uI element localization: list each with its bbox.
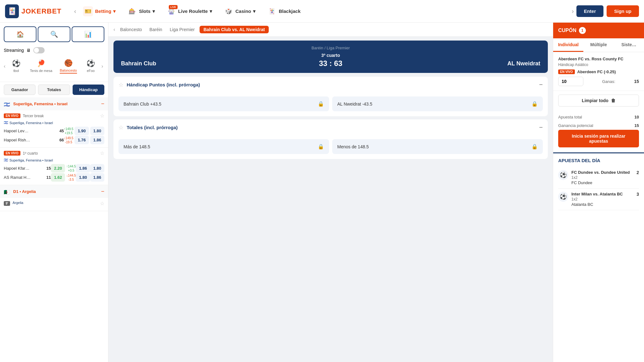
blackjack-icon: 🃏	[267, 6, 277, 16]
lock-icon-menos: 🔒	[531, 144, 538, 150]
streaming-label: Streaming	[4, 48, 24, 53]
sidebar-icon-group: 🏠 🔍 📊	[4, 26, 104, 42]
odds-btn-kfar-1[interactable]: 1.86	[76, 164, 90, 173]
sport-item-football[interactable]: ⚽ tbol	[7, 58, 25, 75]
betting-icon: 🎫	[83, 6, 93, 16]
filter-ganador[interactable]: Ganador	[4, 85, 36, 95]
nav-item-slots[interactable]: 🎰 Slots ▾	[123, 4, 159, 19]
odds-btn-kfar-main[interactable]: 2.20	[51, 164, 65, 173]
bet-option-bahrain-club[interactable]: Bahrain Club +43.5 🔒	[118, 96, 329, 111]
match-card-argelia: 9' Argelia ☆	[0, 198, 108, 211]
home-icon-button[interactable]: 🏠	[4, 26, 36, 42]
enter-button[interactable]: Enter	[576, 5, 603, 17]
inter-info: Inter Milan vs. Atalanta BC 1x2 Atalanta…	[571, 192, 633, 207]
odds-btn-kfar-2[interactable]: 1.80	[90, 164, 104, 173]
odds-btn-hapoel-lev-side[interactable]: 1.80	[90, 127, 104, 135]
apuesta-dia-card-dundee[interactable]: ⚽ FC Dundee vs. Dundee United 1x2 FC Dun…	[558, 167, 639, 189]
sports-next-arrow[interactable]: ›	[102, 63, 103, 69]
league-argelia-name: D1 • Argelia	[13, 189, 101, 194]
breadcrumb-barein[interactable]: Baréin	[147, 26, 165, 33]
league-superliga-header[interactable]: 🇮🇱 Superliga, Femenina • Israel −	[0, 97, 108, 110]
league-argelia-collapse[interactable]: −	[101, 188, 104, 195]
match-time-argelia: 9'	[4, 201, 10, 206]
breadcrumb-back-button[interactable]: ‹	[113, 27, 115, 32]
breadcrumb-liga-premier[interactable]: Liga Premier	[167, 26, 197, 33]
nav-item-live-roulette[interactable]: 🎡LIVE Live Roulette ▾	[162, 4, 217, 19]
bet-section-handicap-header[interactable]: ☆ Hándicap Puntos (incl. prórroga) −	[113, 77, 548, 93]
coupon-tab-sistema[interactable]: Siste…	[614, 38, 644, 52]
bet-option-bahrain-label: Bahrain Club +43.5	[124, 101, 161, 107]
login-bet-button[interactable]: Inicia sesión para realizar apuestas	[558, 130, 639, 147]
nav-next-arrow[interactable]: ›	[569, 6, 576, 16]
nav-item-casino[interactable]: 🎲 Casino ▾	[219, 4, 260, 19]
league-argelia-header[interactable]: 🇩🇿 D1 • Argelia −	[0, 185, 108, 198]
stats-icon-button[interactable]: 📊	[72, 26, 104, 42]
odds-btn-hapoel-rish-main[interactable]: 1.76	[74, 136, 89, 144]
match-league-2: 🇮🇱 Superliga, Femenina • Israel	[4, 158, 104, 162]
clear-button[interactable]: Limpiar todo 🗑	[558, 95, 639, 107]
sport-item-basketball[interactable]: 🏀 Baloncesto	[57, 57, 80, 75]
lock-icon-mas: 🔒	[318, 144, 324, 150]
filter-totales[interactable]: Totales	[38, 85, 70, 95]
dundee-odds: 2	[636, 170, 639, 175]
bet-section-totales-header[interactable]: ☆ Totales (incl. prórroga) −	[113, 119, 548, 135]
odds-btn-ramat-1[interactable]: 1.80	[76, 173, 90, 182]
league-superliga-collapse[interactable]: −	[101, 101, 104, 107]
search-icon-button[interactable]: 🔍	[38, 26, 70, 42]
match-banner-league: Baréin / Liga Premier	[121, 46, 540, 50]
breadcrumb-match-active[interactable]: Bahrain Club vs. AL Nweidrat	[200, 26, 268, 33]
filter-buttons: Ganador Totales Hándicap	[0, 82, 108, 97]
live-tag-1: EN VIVO	[4, 113, 20, 118]
coupon-ganancia-value: 15	[635, 123, 639, 128]
match-star-argelia[interactable]: ☆	[100, 200, 104, 206]
coupon-apuesta-total-label: Apuesta total	[558, 115, 582, 119]
football-label: tbol	[13, 69, 19, 73]
bet-section-star-totales[interactable]: ☆	[118, 124, 124, 131]
bet-section-totales-toggle[interactable]: −	[539, 124, 543, 131]
nav-item-betting[interactable]: 🎫 Betting ▾	[79, 4, 120, 19]
match-league-argelia: Argelia	[13, 201, 23, 205]
bet-option-mas[interactable]: Más de 148.5 🔒	[118, 139, 329, 154]
sport-item-tennis-table[interactable]: 🏓 Tenis de mesa	[27, 58, 55, 75]
logo[interactable]: 🃏 JOKERBET	[5, 4, 62, 18]
coupon-stake-input[interactable]	[558, 77, 583, 86]
coupon-tab-individual[interactable]: Individual	[553, 38, 583, 52]
odds-btn-hapoel-rish-side[interactable]: 1.86	[90, 136, 104, 144]
coupon-tab-multiple[interactable]: Múltiple	[583, 38, 614, 52]
monitor-icon: 🖥	[26, 48, 31, 53]
sports-prev-arrow[interactable]: ‹	[4, 63, 5, 69]
coupon-tabs: Individual Múltiple Siste…	[553, 38, 644, 52]
apuesta-dia-card-inter[interactable]: ⚽ Inter Milan vs. Atalanta BC 1x2 Atalan…	[558, 189, 639, 210]
odds-change-label-2: ↓149.5	[64, 136, 73, 140]
breadcrumb-bar: ‹ Baloncesto Baréin Liga Premier Bahrain…	[108, 23, 553, 37]
main-layout: 🏠 🔍 📊 Streaming 🖥 ‹ ⚽ tbol 🏓 Te	[0, 23, 644, 362]
odds-change-val-1: +19.5	[65, 131, 73, 135]
bet-option-menos[interactable]: Menos de 148.5 🔒	[332, 139, 543, 154]
team-name-as-ramat: AS Ramat H…	[4, 175, 41, 180]
coupon-ganas-value: 15	[634, 79, 639, 84]
coupon-live-tag: EN VIVO	[558, 69, 575, 74]
sidebar-scroll: 🇮🇱 Superliga, Femenina • Israel − EN VIV…	[0, 97, 108, 362]
nav-prev-arrow[interactable]: ‹	[72, 6, 79, 16]
match-star-1[interactable]: ☆	[100, 113, 104, 119]
bet-section-star-handicap[interactable]: ☆	[118, 81, 124, 88]
nav-item-blackjack[interactable]: 🃏 Blackjack	[262, 4, 305, 19]
bet-section-handicap-toggle[interactable]: −	[539, 81, 543, 88]
breadcrumb-baloncesto[interactable]: Baloncesto	[118, 26, 144, 33]
bet-section-handicap: ☆ Hándicap Puntos (incl. prórroga) − Bah…	[113, 77, 548, 116]
filter-handicap[interactable]: Hándicap	[73, 85, 104, 95]
match-star-2[interactable]: ☆	[100, 150, 104, 156]
casino-dropdown-icon: ▾	[253, 8, 256, 14]
nav-slots-label: Slots	[139, 8, 151, 14]
top-navigation: 🃏 JOKERBET ‹ 🎫 Betting ▾ 🎰 Slots ▾ 🎡LIVE…	[0, 0, 644, 23]
streaming-toggle[interactable]	[33, 47, 45, 53]
signup-button[interactable]: Sign up	[607, 5, 639, 17]
odds-btn-ramat-2[interactable]: 1.86	[90, 173, 104, 182]
sport-item-efootball[interactable]: ⚽ eFoo	[81, 58, 100, 75]
odds-btn-hapoel-lev-main[interactable]: 1.90	[74, 127, 89, 135]
odds-change-label-1: ↑149.5	[64, 127, 73, 131]
coupon-header: CUPÓN 1	[553, 23, 644, 38]
bet-option-al-nweidrat[interactable]: AL Nweidrat -43.5 🔒	[332, 96, 543, 111]
odds-btn-ramat-main[interactable]: 1.62	[51, 173, 65, 182]
match-banner-quarter: 3º cuarto	[121, 53, 540, 58]
